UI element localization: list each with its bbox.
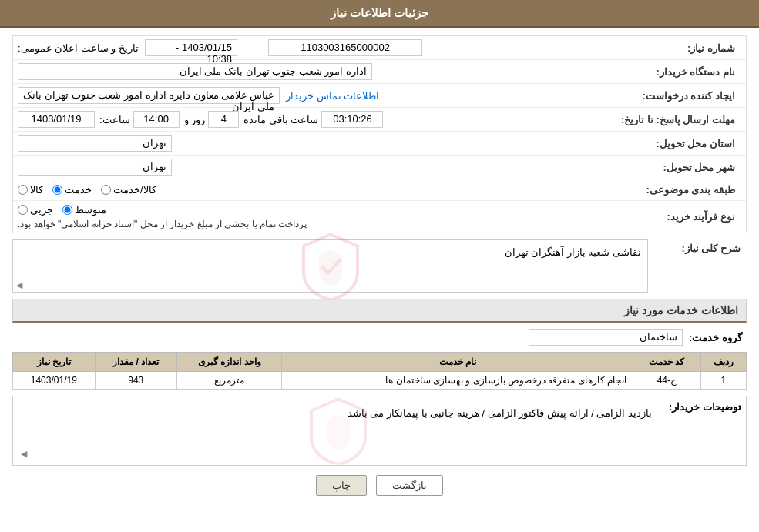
days-item: 4 روز و	[184, 111, 240, 128]
purchase-type-radio-group: متوسط جزیی	[18, 204, 106, 216]
province-label: استان محل تحویل:	[649, 138, 741, 149]
buyer-notes-container: بازدید الزامی / ارائه پیش فاکتور الزامی …	[18, 401, 658, 460]
table-header-row: ردیف کد خدمت نام خدمت واحد اندازه گیری ت…	[13, 353, 747, 372]
org-name-input: اداره امور شعب جنوب تهران بانک ملی ایران	[18, 63, 372, 80]
org-name-value-box: اداره امور شعب جنوب تهران بانک ملی ایران	[18, 63, 649, 80]
category-row: طبقه بندی موضوعی: کالا/خدمت خدمت کالا	[13, 179, 746, 201]
cell-qty: 943	[95, 372, 176, 390]
province-value-box: تهران	[18, 135, 649, 152]
purchase-type-option-1[interactable]: جزیی	[18, 204, 53, 216]
category-radio-2[interactable]	[52, 185, 62, 195]
deadline-items: 03:10:26 ساعت باقی مانده 4 روز و 14:00 س…	[18, 111, 383, 128]
purchase-type-radio-2[interactable]	[62, 205, 72, 215]
print-button[interactable]: چاپ	[316, 475, 367, 496]
main-form: شماره نیاز: 1103003165000002 1403/01/15 …	[12, 35, 747, 233]
need-desc-container: نقاشی شعبه بازار آهنگران تهران ◀	[12, 239, 648, 293]
category-option-1[interactable]: کالا	[18, 184, 43, 196]
category-value-box: کالا/خدمت خدمت کالا	[18, 184, 646, 196]
col-qty: تعداد / مقدار	[95, 353, 176, 372]
buyer-notes-row: توضیحات خریدار: بازدید الزامی / ارائه پی…	[13, 396, 746, 465]
province-input: تهران	[18, 135, 172, 152]
time-label: ساعت:	[99, 114, 130, 125]
category-option-2-label: خدمت	[65, 184, 92, 196]
need-number-row: شماره نیاز: 1103003165000002 1403/01/15 …	[13, 36, 746, 60]
services-table: ردیف کد خدمت نام خدمت واحد اندازه گیری ت…	[12, 352, 747, 390]
remaining-item: 03:10:26 ساعت باقی مانده	[243, 111, 383, 128]
category-radio-1[interactable]	[18, 185, 28, 195]
purchase-type-radio-1[interactable]	[18, 205, 28, 215]
city-row: شهر محل تحویل: تهران	[13, 156, 746, 179]
days-input: 4	[208, 111, 239, 128]
org-name-label: نام دستگاه خریدار:	[649, 66, 741, 78]
requester-input: عباس غلامی معاون دایره اداره امور شعب جن…	[18, 87, 280, 104]
col-code: کد خدمت	[633, 353, 701, 372]
org-name-row: نام دستگاه خریدار: اداره امور شعب جنوب ت…	[13, 60, 746, 84]
col-date: تاریخ نیاز	[13, 353, 96, 372]
cell-name: انجام کارهای متفرقه درخصوص بازسازی و بهس…	[282, 372, 633, 390]
need-number-value: 1103003165000002	[268, 39, 422, 56]
requester-value-box: اطلاعات تماس خریدار عباس غلامی معاون دای…	[18, 87, 642, 104]
cell-unit: مترمربع	[177, 372, 282, 390]
purchase-type-value-box: متوسط جزیی پرداخت تمام یا بخشی از مبلغ خ…	[18, 204, 649, 229]
cell-code: ج-44	[633, 372, 701, 390]
need-desc-label: شرح کلی نیاز:	[654, 239, 747, 257]
purchase-type-option-2-label: متوسط	[75, 204, 106, 216]
category-radio-group: کالا/خدمت خدمت کالا	[18, 184, 156, 196]
deadline-row: مهلت ارسال پاسخ: تا تاریخ: 03:10:26 ساعت…	[13, 108, 746, 132]
need-number-label: شماره نیاز:	[649, 42, 741, 54]
buyer-notes-label: توضیحات خریدار:	[664, 401, 741, 413]
contact-link[interactable]: اطلاعات تماس خریدار	[286, 90, 379, 102]
announce-date-input: 1403/01/15 - 10:38	[145, 39, 237, 56]
col-unit: واحد اندازه گیری	[177, 353, 282, 372]
remaining-input: 03:10:26	[321, 111, 383, 128]
need-desc-text: نقاشی شعبه بازار آهنگران تهران	[13, 240, 647, 279]
days-label: روز و	[184, 114, 206, 125]
buyer-notes-text: بازدید الزامی / ارائه پیش فاکتور الزامی …	[18, 401, 658, 447]
page-wrapper: جزئیات اطلاعات نیاز شماره نیاز: 11030031…	[0, 0, 759, 532]
purchase-type-option-2[interactable]: متوسط	[62, 204, 106, 216]
group-service-row: گروه خدمت: ساختمان	[12, 326, 747, 349]
category-option-3-label: کالا/خدمت	[113, 184, 156, 196]
category-label: طبقه بندی موضوعی:	[646, 184, 741, 196]
back-button[interactable]: بازگشت	[376, 475, 443, 496]
col-name: نام خدمت	[282, 353, 633, 372]
city-label: شهر محل تحویل:	[649, 162, 741, 173]
group-service-label: گروه خدمت:	[689, 332, 742, 343]
table-row: 1ج-44انجام کارهای متفرقه درخصوص بازسازی …	[13, 372, 747, 390]
category-option-2[interactable]: خدمت	[52, 184, 92, 196]
footer-buttons: بازگشت چاپ	[12, 466, 747, 505]
time-input: 14:00	[133, 111, 180, 128]
city-input: تهران	[18, 159, 172, 176]
announce-date-area: 1403/01/15 - 10:38 تاریخ و ساعت اعلان عم…	[18, 39, 237, 56]
page-title: جزئیات اطلاعات نیاز	[331, 6, 428, 19]
time-item: 14:00 ساعت:	[99, 111, 180, 128]
province-row: استان محل تحویل: تهران	[13, 132, 746, 156]
purchase-type-option-1-label: جزیی	[30, 204, 53, 216]
purchase-type-row: نوع فرآیند خرید: متوسط جزیی پرداخت تمام …	[13, 201, 746, 233]
content-area: شماره نیاز: 1103003165000002 1403/01/15 …	[0, 28, 759, 513]
purchase-type-desc: پرداخت تمام یا بخشی از مبلغ خریدار از مح…	[18, 219, 307, 229]
requester-label: ایجاد کننده درخواست:	[642, 90, 741, 102]
purchase-type-label: نوع فرآیند خرید:	[649, 211, 741, 223]
cell-row: 1	[700, 372, 746, 390]
deadline-value-box: 03:10:26 ساعت باقی مانده 4 روز و 14:00 س…	[18, 111, 621, 128]
requester-row: ایجاد کننده درخواست: اطلاعات تماس خریدار…	[13, 84, 746, 108]
buyer-notes-section: توضیحات خریدار: بازدید الزامی / ارائه پی…	[12, 396, 747, 466]
col-row: ردیف	[700, 353, 746, 372]
need-number-value-box: 1103003165000002	[268, 39, 649, 56]
group-service-input: ساختمان	[529, 329, 683, 346]
need-desc-section: شرح کلی نیاز: نقاشی شعبه بازار آهنگران ت…	[12, 239, 747, 293]
cell-date: 1403/01/19	[13, 372, 96, 390]
announce-date-label: تاریخ و ساعت اعلان عمومی:	[18, 42, 139, 54]
category-option-3[interactable]: کالا/خدمت	[101, 184, 156, 196]
services-section-title: اطلاعات خدمات مورد نیاز	[12, 299, 747, 323]
city-value-box: تهران	[18, 159, 649, 176]
category-radio-3[interactable]	[101, 185, 111, 195]
deadline-label: مهلت ارسال پاسخ: تا تاریخ:	[621, 114, 741, 125]
page-header: جزئیات اطلاعات نیاز	[0, 0, 759, 28]
remaining-label: ساعت باقی مانده	[243, 114, 318, 125]
category-option-1-label: کالا	[30, 184, 43, 196]
date-input: 1403/01/19	[18, 111, 95, 128]
